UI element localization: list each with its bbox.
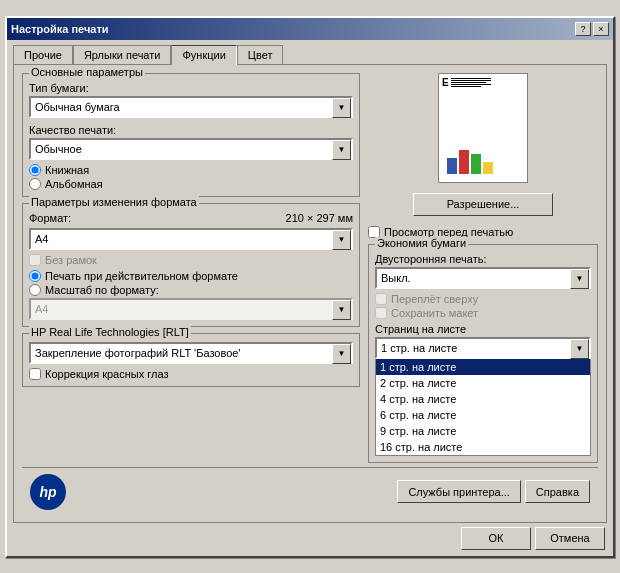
pages-option-4[interactable]: 6 стр. на листе	[376, 407, 590, 423]
right-panel: E	[368, 73, 598, 463]
bottom-buttons: Службы принтера... Справка	[397, 480, 590, 503]
chart-bar-green	[471, 154, 481, 174]
pages-option-1[interactable]: 1 стр. на листе	[376, 359, 590, 375]
chart-bar-blue	[447, 158, 457, 174]
save-layout-item: Сохранить макет	[375, 307, 591, 319]
ok-button[interactable]: ОК	[461, 527, 531, 550]
scale-to-format-label: Масштаб по формату:	[45, 284, 159, 296]
dialog-content: Прочие Ярлыки печати Функции Цвет Основн…	[7, 40, 613, 556]
pages-dropdown-list: 1 стр. на листе 2 стр. на листе 4 стр. н…	[375, 359, 591, 456]
format-row: Формат: 210 × 297 мм	[29, 212, 353, 226]
format-size: 210 × 297 мм	[286, 212, 353, 224]
basic-params-group: Основные параметры Тип бумаги: Обычная б…	[22, 73, 360, 197]
tab-shortcuts[interactable]: Ярлыки печати	[73, 45, 172, 65]
page-preview: E	[438, 73, 528, 183]
pages-option-3[interactable]: 4 стр. на листе	[376, 391, 590, 407]
pages-label: Страниц на листе	[375, 323, 591, 335]
economy-group: Экономия бумаги Двусторонняя печать: Вык…	[368, 244, 598, 463]
tab-functions[interactable]: Функции	[171, 45, 236, 65]
scale-format-radio[interactable]	[29, 284, 41, 296]
paper-type-select[interactable]: Обычная бумага	[29, 96, 353, 118]
basic-params-content: Тип бумаги: Обычная бумага Качество печа…	[29, 82, 353, 190]
title-bar: Настройка печати ? ×	[7, 18, 613, 40]
no-borders-label: Без рамок	[45, 254, 97, 266]
print-actual-item[interactable]: Печать при действительном формате	[29, 270, 353, 282]
orientation-album-item[interactable]: Альбомная	[29, 178, 353, 190]
services-button[interactable]: Службы принтера...	[397, 480, 520, 503]
scale-select[interactable]: А4	[29, 298, 353, 320]
format-params-content: Формат: 210 × 297 мм А4	[29, 212, 353, 320]
format-select-wrapper: А4	[29, 228, 353, 250]
print-actual-label: Печать при действительном формате	[45, 270, 238, 282]
rlt-label: HP Real Life Technologies [RLT]	[29, 326, 191, 338]
help-button[interactable]: Справка	[525, 480, 590, 503]
pages-option-5[interactable]: 9 стр. на листе	[376, 423, 590, 439]
duplex-select-wrapper: Выкл. Вкл.	[375, 267, 591, 289]
main-window: Настройка печати ? × Прочие Ярлыки печат…	[5, 16, 615, 558]
economy-content: Двусторонняя печать: Выкл. Вкл.	[375, 253, 591, 456]
orientation-book-radio[interactable]	[29, 164, 41, 176]
orientation-book-item[interactable]: Книжная	[29, 164, 353, 176]
basic-params-label: Основные параметры	[29, 66, 145, 78]
save-layout-checkbox	[375, 307, 387, 319]
no-borders-item: Без рамок	[29, 254, 353, 266]
rlt-group: HP Real Life Technologies [RLT] Закрепле…	[22, 333, 360, 387]
preview-header: E	[442, 77, 491, 88]
orientation-album-label: Альбомная	[45, 178, 103, 190]
bind-top-item: Переплёт сверху	[375, 293, 591, 305]
window-title: Настройка печати	[11, 23, 109, 35]
preview-container: E	[368, 73, 598, 183]
no-borders-checkbox	[29, 254, 41, 266]
chart-bar-red	[459, 150, 469, 174]
pages-select-wrapper: 1 стр. на листе 2 стр. на листе 4 стр. н…	[375, 337, 591, 359]
cancel-button[interactable]: Отмена	[535, 527, 605, 550]
economy-label: Экономия бумаги	[375, 237, 468, 249]
scale-format-item[interactable]: Масштаб по формату:	[29, 284, 353, 296]
bottom-bar: hp Службы принтера... Справка	[22, 467, 598, 514]
ok-cancel-row: ОК Отмена	[13, 527, 607, 550]
red-eye-item[interactable]: Коррекция красных глаз	[29, 368, 353, 380]
red-eye-checkbox[interactable]	[29, 368, 41, 380]
rlt-select[interactable]: Закрепление фотографий RLT 'Базовое'	[29, 342, 353, 364]
print-quality-select[interactable]: Обычное	[29, 138, 353, 160]
orientation-book-label: Книжная	[45, 164, 89, 176]
resolution-button[interactable]: Разрешение...	[413, 193, 553, 216]
tab-bar: Прочие Ярлыки печати Функции Цвет	[13, 44, 607, 64]
format-label: Формат:	[29, 212, 71, 224]
paper-type-label: Тип бумаги:	[29, 82, 353, 94]
resolution-btn-container: Разрешение...	[368, 193, 598, 216]
pages-option-6[interactable]: 16 стр. на листе	[376, 439, 590, 455]
bind-top-label: Переплёт сверху	[391, 293, 478, 305]
pages-section: Страниц на листе 1 стр. на листе 2 стр. …	[375, 323, 591, 456]
preview-chart	[447, 146, 519, 174]
duplex-select[interactable]: Выкл. Вкл.	[375, 267, 591, 289]
red-eye-label: Коррекция красных глаз	[45, 368, 168, 380]
scale-group: Печать при действительном формате Масшта…	[29, 270, 353, 296]
title-bar-buttons: ? ×	[575, 22, 609, 36]
left-panel: Основные параметры Тип бумаги: Обычная б…	[22, 73, 360, 463]
pages-select[interactable]: 1 стр. на листе 2 стр. на листе 4 стр. н…	[375, 337, 591, 359]
format-params-label: Параметры изменения формата	[29, 196, 199, 208]
orientation-group: Книжная Альбомная	[29, 164, 353, 190]
main-area: Основные параметры Тип бумаги: Обычная б…	[22, 73, 598, 463]
scale-select-wrapper: А4	[29, 298, 353, 320]
tab-functions-content: Основные параметры Тип бумаги: Обычная б…	[13, 64, 607, 523]
print-quality-label: Качество печати:	[29, 124, 353, 136]
close-title-btn[interactable]: ×	[593, 22, 609, 36]
rlt-select-wrapper: Закрепление фотографий RLT 'Базовое'	[29, 342, 353, 364]
save-layout-label: Сохранить макет	[391, 307, 478, 319]
hp-logo: hp	[30, 474, 66, 510]
paper-type-select-wrapper: Обычная бумага	[29, 96, 353, 118]
help-title-btn[interactable]: ?	[575, 22, 591, 36]
bind-top-checkbox	[375, 293, 387, 305]
tab-other[interactable]: Прочие	[13, 45, 73, 65]
orientation-album-radio[interactable]	[29, 178, 41, 190]
format-params-group: Параметры изменения формата Формат: 210 …	[22, 203, 360, 327]
duplex-options: Переплёт сверху Сохранить макет	[375, 293, 591, 319]
print-actual-radio[interactable]	[29, 270, 41, 282]
tab-color[interactable]: Цвет	[237, 45, 284, 65]
format-select[interactable]: А4	[29, 228, 353, 250]
pages-option-2[interactable]: 2 стр. на листе	[376, 375, 590, 391]
chart-bar-yellow	[483, 162, 493, 174]
print-quality-select-wrapper: Обычное	[29, 138, 353, 160]
